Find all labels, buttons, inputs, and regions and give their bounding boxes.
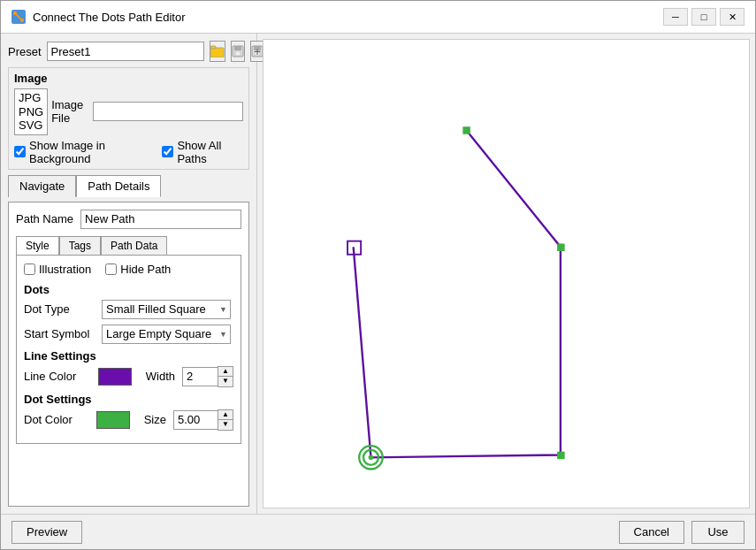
title-bar: Connect The Dots Path Editor ─ □ ✕ xyxy=(1,1,755,34)
sub-tab-style[interactable]: Style xyxy=(16,236,59,255)
tab-navigate[interactable]: Navigate xyxy=(8,175,76,197)
dots-section-label: Dots xyxy=(24,283,233,296)
dot-color-swatch[interactable] xyxy=(96,411,129,429)
preset-row: Preset + xyxy=(8,41,249,62)
hide-path-checkbox[interactable] xyxy=(105,264,117,275)
preview-button[interactable]: Preview xyxy=(11,521,82,544)
main-window: Connect The Dots Path Editor ─ □ ✕ Prese… xyxy=(0,0,756,550)
line-settings-label: Line Settings xyxy=(24,349,233,363)
size-spin-down[interactable]: ▼ xyxy=(218,420,233,430)
maximize-button[interactable]: □ xyxy=(691,8,716,26)
illustration-row: Illustration Hide Path xyxy=(24,263,233,276)
path-name-label: Path Name xyxy=(16,212,73,225)
start-symbol-dropdown[interactable]: Large Empty Square Large Filled Square C… xyxy=(102,325,231,344)
illustration-checkbox-label[interactable]: Illustration xyxy=(24,263,91,276)
width-spin: ▲ ▼ xyxy=(218,366,233,387)
svg-line-2 xyxy=(15,13,22,20)
dot-color-label: Dot Color xyxy=(24,413,89,426)
start-symbol-row: Start Symbol Large Empty Square Large Fi… xyxy=(24,325,233,344)
path-line xyxy=(354,130,561,457)
illustration-checkbox[interactable] xyxy=(24,264,35,275)
show-image-checkbox-label[interactable]: Show Image in Background xyxy=(14,139,151,165)
image-section: Image JPGPNGSVG Image File Show Image in… xyxy=(8,67,249,170)
dot-type-label: Dot Type xyxy=(24,302,95,316)
path-name-input[interactable] xyxy=(80,210,241,229)
start-symbol-dropdown-wrapper: Large Empty Square Large Filled Square C… xyxy=(102,325,231,344)
show-all-paths-checkbox[interactable] xyxy=(162,146,173,157)
size-spin: ▲ ▼ xyxy=(218,409,233,431)
image-file-label: Image File xyxy=(51,98,89,125)
dot-settings-label: Dot Settings xyxy=(24,393,233,406)
size-input[interactable] xyxy=(173,410,218,430)
bottom-left: Preview xyxy=(11,521,82,544)
show-image-label: Show Image in Background xyxy=(29,139,151,165)
sub-tabs-nav: Style Tags Path Data xyxy=(16,236,241,255)
tab-path-details[interactable]: Path Details xyxy=(76,175,161,197)
bottom-bar: Preview Cancel Use xyxy=(1,514,755,549)
width-label: Width xyxy=(146,370,175,383)
image-section-label: Image xyxy=(14,72,243,85)
path-name-row: Path Name xyxy=(16,210,241,229)
main-content: Preset + Image J xyxy=(1,34,755,514)
start-symbol-label: Start Symbol xyxy=(24,327,95,340)
style-tab-content: Illustration Hide Path Dots Dot Type xyxy=(16,255,241,444)
dot-type-row: Dot Type Small Filled Square Large Fille… xyxy=(24,300,233,319)
file-type-icons: JPGPNGSVG xyxy=(14,88,48,135)
minimize-button[interactable]: ─ xyxy=(663,8,688,26)
width-spin-down[interactable]: ▼ xyxy=(218,377,233,386)
hide-path-checkbox-label[interactable]: Hide Path xyxy=(105,263,171,276)
sub-tab-tags[interactable]: Tags xyxy=(59,236,101,255)
illustration-label: Illustration xyxy=(39,263,91,276)
show-all-paths-label: Show All Paths xyxy=(177,139,243,165)
sub-tab-path-data[interactable]: Path Data xyxy=(101,236,167,255)
path-dot-1 xyxy=(462,126,470,134)
window-controls: ─ □ ✕ xyxy=(663,8,745,26)
close-button[interactable]: ✕ xyxy=(720,8,745,26)
line-color-swatch[interactable] xyxy=(98,368,132,386)
svg-rect-4 xyxy=(210,46,216,49)
show-all-paths-checkbox-label[interactable]: Show All Paths xyxy=(162,139,243,165)
dot-type-dropdown[interactable]: Small Filled Square Large Filled Square … xyxy=(102,300,231,319)
path-dot-2 xyxy=(557,243,565,251)
svg-rect-7 xyxy=(235,51,241,56)
svg-text:+: + xyxy=(254,45,261,57)
preset-input[interactable] xyxy=(47,42,204,61)
title-bar-left: Connect The Dots Path Editor xyxy=(11,10,185,24)
window-title: Connect The Dots Path Editor xyxy=(33,11,185,24)
line-color-row: Line Color Width ▲ ▼ xyxy=(24,366,233,387)
canvas-svg xyxy=(263,40,749,508)
tab-content-path-details: Path Name Style Tags Path Data Illustra xyxy=(8,202,249,507)
width-input[interactable] xyxy=(182,367,218,386)
path-dot-3 xyxy=(557,452,565,460)
canvas-area[interactable] xyxy=(263,39,750,508)
main-tabs-nav: Navigate Path Details xyxy=(8,175,249,197)
bottom-right: Cancel Use xyxy=(619,521,745,544)
image-row: JPGPNGSVG Image File xyxy=(14,88,243,135)
line-color-label: Line Color xyxy=(24,370,91,383)
show-image-checkbox[interactable] xyxy=(14,146,26,157)
open-preset-button[interactable] xyxy=(210,41,225,62)
app-icon xyxy=(11,10,26,24)
save-preset-button[interactable] xyxy=(231,41,245,62)
cancel-button[interactable]: Cancel xyxy=(619,521,684,544)
svg-rect-3 xyxy=(210,48,224,57)
width-input-wrap: ▲ ▼ xyxy=(182,366,233,387)
size-label: Size xyxy=(144,413,166,426)
preset-label: Preset xyxy=(8,45,42,58)
left-panel: Preset + Image J xyxy=(1,34,257,514)
width-spin-up[interactable]: ▲ xyxy=(218,367,233,377)
image-file-input[interactable] xyxy=(93,102,243,121)
use-button[interactable]: Use xyxy=(691,521,745,544)
hide-path-label: Hide Path xyxy=(120,263,171,276)
image-checkbox-row: Show Image in Background Show All Paths xyxy=(14,139,243,165)
svg-rect-6 xyxy=(234,46,241,50)
start-circle-dot xyxy=(369,455,374,460)
size-input-wrap: ▲ ▼ xyxy=(173,409,233,431)
size-spin-up[interactable]: ▲ xyxy=(218,410,233,420)
dot-color-row: Dot Color Size ▲ ▼ xyxy=(24,409,233,431)
dot-type-dropdown-wrapper: Small Filled Square Large Filled Square … xyxy=(102,300,231,319)
